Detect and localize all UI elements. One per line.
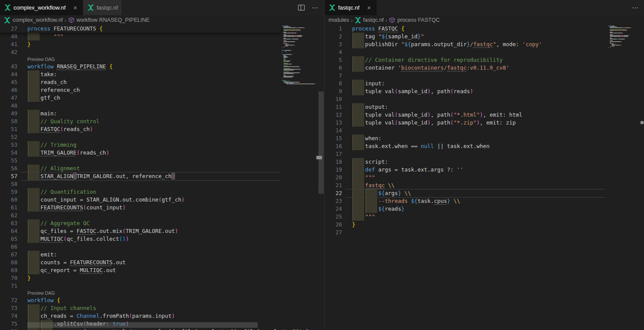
- code-line[interactable]: 70}: [0, 274, 281, 282]
- code-line[interactable]: 15 when:: [325, 135, 605, 142]
- line-number: 17: [325, 150, 342, 158]
- code-line[interactable]: 59 // Quantification: [0, 188, 281, 196]
- code-line[interactable]: 66: [0, 243, 281, 251]
- code-line[interactable]: 41}: [0, 40, 281, 48]
- code-line[interactable]: 69 qc_report = MULTIQC.out: [0, 266, 281, 274]
- code-line[interactable]: 25 """: [325, 213, 605, 221]
- code-line[interactable]: 13 tuple val(sample_id), path("*.zip"), …: [325, 119, 605, 127]
- tab-fastqc-right[interactable]: fastqc.nf ✕: [325, 0, 377, 15]
- breadcrumb-item-folder[interactable]: modules: [329, 17, 349, 23]
- code-line[interactable]: 55: [0, 157, 281, 165]
- line-number: 69: [0, 266, 17, 274]
- code-line[interactable]: 49 main:: [0, 110, 281, 118]
- code-line[interactable]: 18 script:: [325, 158, 605, 166]
- code-line[interactable]: 65 MULTIQC(qc_files.collect()): [0, 235, 281, 243]
- code-line[interactable]: 20 """: [325, 174, 605, 182]
- code-line[interactable]: 72workflow {: [0, 296, 281, 304]
- scrollbar-handle[interactable]: [641, 121, 644, 124]
- line-number: 65: [0, 235, 17, 243]
- code-line[interactable]: 54 TRIM_GALORE(reads_ch): [0, 149, 281, 157]
- code-line[interactable]: 76 .map { row -> tuple(row.sample_id, fi…: [0, 328, 281, 330]
- code-line[interactable]: 8 input:: [325, 80, 605, 88]
- code-editor-left[interactable]: 40 """41}42Preview DAG43workflow RNASEQ_…: [0, 25, 324, 330]
- codelens-link[interactable]: Preview DAG: [0, 56, 281, 63]
- code-line[interactable]: 50 // Quality control: [0, 118, 281, 125]
- minimap[interactable]: [281, 25, 318, 325]
- code-line[interactable]: 6 container 'biocontainers/fastqc:v0.11.…: [325, 64, 605, 72]
- vertical-scrollbar[interactable]: [319, 91, 324, 194]
- breadcrumb-item-file[interactable]: fastqc.nf: [355, 17, 384, 24]
- code-line[interactable]: 24 ${reads}: [325, 205, 605, 213]
- code-line[interactable]: 17: [325, 150, 605, 158]
- code-line[interactable]: 12 tuple val(sample_id), path("*.html"),…: [325, 111, 605, 119]
- horizontal-scrollbar[interactable]: [27, 322, 258, 328]
- line-number: 67: [0, 251, 17, 259]
- code-line[interactable]: 73 // Input channels: [0, 304, 281, 312]
- tab-complex-workflow[interactable]: complex_workflow.nf ✕: [0, 0, 83, 15]
- code-line[interactable]: 67 emit:: [0, 251, 281, 259]
- code-line[interactable]: 71: [0, 282, 281, 290]
- code-line[interactable]: 4: [325, 48, 605, 56]
- code-line[interactable]: 9 tuple val(sample_id), path(reads): [325, 88, 605, 95]
- code-line[interactable]: 56 // Alignment: [0, 165, 281, 172]
- code-line[interactable]: 62: [0, 212, 281, 219]
- more-actions-icon[interactable]: ⋯: [312, 6, 318, 10]
- breadcrumb-item-symbol[interactable]: process FASTQC: [389, 17, 439, 23]
- line-number: 57: [0, 172, 17, 180]
- more-actions-icon[interactable]: ⋯: [632, 6, 638, 10]
- line-number: 21: [325, 182, 342, 189]
- code-line[interactable]: 51 FASTQC(reads_ch): [0, 125, 281, 133]
- code-line[interactable]: 53 // Trimming: [0, 141, 281, 149]
- code-line[interactable]: 11 output:: [325, 103, 605, 111]
- line-number: 64: [0, 227, 17, 235]
- scrollbar-handle[interactable]: [316, 156, 322, 159]
- code-line[interactable]: 27process FEATURECOUNTS {: [0, 25, 281, 33]
- sticky-scroll-line[interactable]: 27process FEATURECOUNTS {: [0, 25, 281, 33]
- breadcrumb-item-file[interactable]: complex_workflow.nf: [4, 17, 63, 24]
- breadcrumb-left: complex_workflow.nf › workflow RNASEQ_PI…: [0, 15, 324, 25]
- code-line[interactable]: 14: [325, 127, 605, 135]
- code-line[interactable]: 64 qc_files = FASTQC.out.mix(TRIM_GALORE…: [0, 227, 281, 235]
- code-line[interactable]: 44 take:: [0, 71, 281, 78]
- code-line[interactable]: 22 ${args} \\: [325, 189, 605, 197]
- close-icon[interactable]: ✕: [366, 4, 372, 11]
- code-line[interactable]: 46 reference_ch: [0, 86, 281, 94]
- code-line[interactable]: 1process FASTQC {: [325, 25, 605, 33]
- code-line[interactable]: 58: [0, 180, 281, 188]
- code-line[interactable]: 52: [0, 133, 281, 141]
- code-line[interactable]: 60 count_input = STAR_ALIGN.out.combine(…: [0, 196, 281, 204]
- close-icon[interactable]: ✕: [72, 4, 79, 11]
- code-line[interactable]: 3 publishDir "${params.output_dir}/fastq…: [325, 40, 605, 48]
- breadcrumb-item-symbol[interactable]: workflow RNASEQ_PIPELINE: [68, 17, 150, 23]
- code-line[interactable]: 45 reads_ch: [0, 78, 281, 86]
- code-line[interactable]: 68 counts = FEATURECOUNTS.out: [0, 259, 281, 266]
- codelens-link[interactable]: Preview DAG: [0, 290, 281, 296]
- code-line[interactable]: 19 def args = task.ext.args ?: '': [325, 166, 605, 174]
- code-line[interactable]: 61 FEATURECOUNTS(count_input): [0, 204, 281, 212]
- code-line[interactable]: 48: [0, 102, 281, 110]
- line-number: 1: [325, 25, 342, 33]
- code-line[interactable]: 5 // Container directive for reproducibi…: [325, 56, 605, 64]
- code-line[interactable]: 26}: [325, 221, 605, 229]
- code-line[interactable]: 16 task.ext.when == null || task.ext.whe…: [325, 142, 605, 150]
- breadcrumb-right: modules › fastqc.nf › process FASTQC: [325, 15, 644, 25]
- code-line[interactable]: 63 // Aggregate QC: [0, 219, 281, 227]
- line-number: 16: [325, 142, 342, 150]
- code-line[interactable]: 43workflow RNASEQ_PIPELINE {: [0, 63, 281, 71]
- split-editor-icon[interactable]: [298, 5, 305, 10]
- code-line[interactable]: 21 fastqc \\: [325, 182, 605, 189]
- code-line[interactable]: 42: [0, 48, 281, 56]
- code-line[interactable]: 57 STAR_ALIGN(TRIM_GALORE.out, reference…: [0, 172, 281, 180]
- code-line[interactable]: 7: [325, 72, 605, 80]
- tab-fastqc-left[interactable]: fastqc.nf: [83, 0, 122, 15]
- code-line[interactable]: 74 ch_reads = Channel.fromPath(params.in…: [0, 312, 281, 320]
- code-editor-right[interactable]: 1process FASTQC {2 tag "${sample_id}"3 p…: [325, 25, 644, 330]
- code-line[interactable]: 10: [325, 95, 605, 103]
- code-line[interactable]: 23 --threads ${task.cpus} \\: [325, 197, 605, 205]
- code-line[interactable]: 40 """: [0, 33, 281, 40]
- nextflow-file-icon: [4, 17, 10, 24]
- minimap[interactable]: [607, 25, 638, 325]
- code-line[interactable]: 47 gtf_ch: [0, 94, 281, 102]
- code-line[interactable]: 27: [325, 229, 605, 236]
- code-line[interactable]: 2 tag "${sample_id}": [325, 33, 605, 40]
